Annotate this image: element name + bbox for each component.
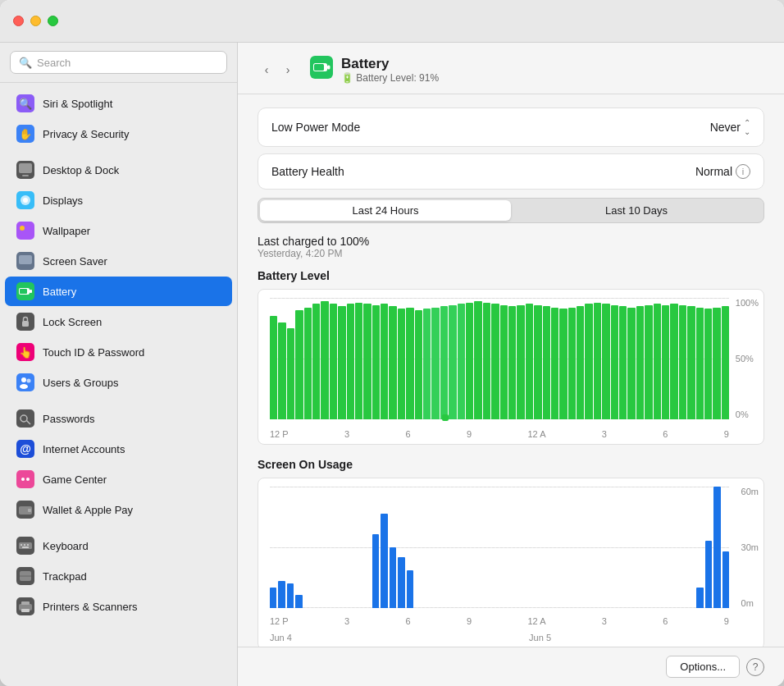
battery-bar [312, 304, 320, 419]
privacy-security-icon: ✋ [16, 125, 34, 143]
battery-bar [431, 308, 439, 419]
battery-bar [543, 306, 550, 419]
internet-accounts-icon: @ [16, 440, 34, 458]
back-button[interactable]: ‹ [258, 61, 276, 79]
battery-bar [577, 306, 584, 419]
header-title-area: Battery 🔋 Battery Level: 91% [310, 56, 439, 84]
x-label: 3 [602, 429, 607, 439]
svg-point-32 [21, 478, 25, 481]
sidebar-item-game-center[interactable]: Game Center [5, 464, 232, 494]
keyboard-icon [16, 537, 34, 555]
sidebar-item-label: Game Center [43, 473, 107, 486]
battery-bar [687, 306, 695, 419]
battery-bar [559, 309, 567, 419]
sidebar-item-label: Trackpad [43, 570, 87, 583]
screen-usage-bar [713, 487, 720, 608]
svg-text:👆: 👆 [19, 345, 33, 359]
battery-bar [611, 305, 618, 419]
low-power-mode-value[interactable]: Never ⌃⌄ [710, 118, 750, 136]
sidebar-item-desktop-dock[interactable]: Desktop & Dock [5, 155, 232, 185]
sidebar-item-trackpad[interactable]: Trackpad [5, 561, 232, 591]
wallet-icon [16, 501, 34, 519]
info-button[interactable]: i [736, 164, 750, 179]
svg-rect-36 [28, 509, 31, 512]
screen-usage-bar [705, 541, 712, 608]
help-button[interactable]: ? [746, 658, 764, 676]
sidebar-item-privacy-security[interactable]: ✋ Privacy & Security [5, 119, 232, 149]
sidebar-item-users-groups[interactable]: Users & Groups [5, 368, 232, 397]
battery-bar [551, 308, 558, 419]
minimize-button[interactable] [30, 16, 41, 26]
svg-rect-41 [27, 544, 29, 546]
options-button[interactable]: Options... [666, 656, 740, 678]
charging-indicator [442, 414, 449, 421]
y-label-60m: 60m [741, 487, 759, 496]
sidebar-item-wallpaper[interactable]: Wallpaper [5, 216, 232, 245]
sidebar-divider [0, 398, 237, 403]
y-label-50: 50% [736, 354, 759, 364]
sidebar-item-label: Touch ID & Password [43, 346, 144, 359]
last-charged-label: Last charged to 100% [258, 235, 764, 248]
svg-rect-40 [24, 544, 25, 546]
screen-usage-bar [407, 570, 413, 608]
battery-bar [321, 301, 328, 419]
battery-health-label: Battery Health [271, 165, 344, 178]
sidebar-item-label: Battery [43, 286, 76, 298]
battery-bar [270, 316, 277, 419]
battery-bar [670, 304, 677, 419]
sidebar-item-touchid-password[interactable]: 👆 Touch ID & Password [5, 337, 232, 367]
sidebar-item-siri-spotlight[interactable]: 🔍 Siri & Spotlight [5, 89, 232, 118]
battery-icon [16, 282, 34, 300]
date-label-jun4: Jun 4 [270, 633, 292, 643]
x-label: 6 [663, 429, 668, 439]
screen-x-labels: 12 P 3 6 9 12 A 3 6 9 [270, 616, 729, 626]
screen-usage-bar [390, 547, 396, 608]
battery-bar [594, 303, 601, 419]
tab-10d-label: Last 10 Days [605, 204, 668, 217]
battery-health-value: Normal i [695, 164, 750, 179]
x-label: 12 A [527, 429, 545, 439]
x-label: 9 [724, 616, 729, 626]
screen-usage-bar [270, 588, 276, 608]
maximize-button[interactable] [48, 16, 58, 26]
screen-y-labels: 60m 30m 0m [741, 487, 759, 608]
battery-bar [458, 304, 465, 419]
battery-bar [602, 304, 609, 419]
battery-level-subtitle: 🔋 Battery Level: 91% [341, 72, 439, 84]
sidebar-item-keyboard[interactable]: Keyboard [5, 531, 232, 560]
forward-button[interactable]: › [279, 61, 297, 79]
svg-rect-42 [22, 547, 29, 548]
sidebar-item-passwords[interactable]: Passwords [5, 404, 232, 433]
sidebar-item-lock-screen[interactable]: Lock Screen [5, 307, 232, 336]
tab-last-10d[interactable]: Last 10 Days [511, 200, 762, 221]
battery-bar [722, 306, 729, 419]
svg-rect-52 [327, 66, 330, 70]
battery-bar [704, 309, 712, 419]
sidebar-item-displays[interactable]: Displays [5, 185, 232, 215]
sidebar-item-printers-scanners[interactable]: Printers & Scanners [5, 592, 232, 621]
battery-x-labels: 12 P 3 6 9 12 A 3 6 9 [270, 429, 729, 439]
svg-rect-53 [314, 64, 324, 71]
battery-y-labels: 100% 50% 0% [736, 298, 759, 419]
close-button[interactable] [13, 16, 24, 26]
battery-bar [406, 308, 413, 419]
desktop-dock-icon [16, 161, 34, 179]
x-label: 6 [663, 616, 668, 626]
search-box[interactable]: 🔍 Search [10, 51, 227, 74]
siri-spotlight-icon: 🔍 [16, 94, 34, 112]
date-label-jun5: Jun 5 [529, 633, 551, 643]
sidebar-item-internet-accounts[interactable]: @ Internet Accounts [5, 434, 232, 464]
svg-point-23 [21, 377, 26, 382]
sidebar-item-label: Desktop & Dock [43, 164, 119, 176]
svg-point-25 [20, 384, 28, 389]
battery-bar [517, 305, 524, 419]
sidebar-item-wallet-applepay[interactable]: Wallet & Apple Pay [5, 495, 232, 524]
sidebar-item-screen-saver[interactable]: Screen Saver [5, 246, 232, 276]
tab-last-24h[interactable]: Last 24 Hours [260, 200, 511, 221]
x-label: 9 [467, 616, 472, 626]
sidebar-item-battery[interactable]: Battery [5, 277, 232, 306]
battery-header-icon [310, 56, 333, 84]
svg-rect-13 [19, 255, 32, 264]
battery-bar [500, 305, 508, 419]
svg-text:🔍: 🔍 [19, 97, 33, 111]
